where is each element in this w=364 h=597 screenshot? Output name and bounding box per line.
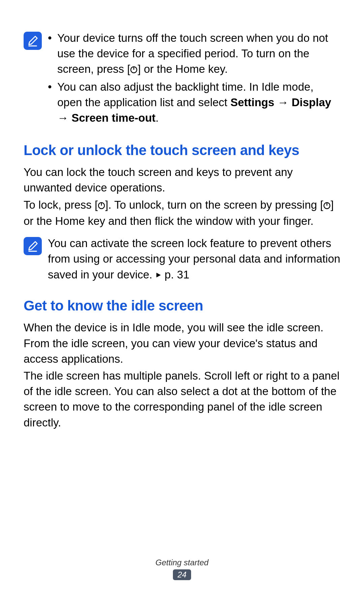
footer-section-label: Getting started bbox=[0, 558, 364, 567]
bullet-marker: • bbox=[48, 30, 57, 78]
bullet-item: • Your device turns off the touch screen… bbox=[48, 30, 340, 78]
note-content: You can activate the screen lock feature… bbox=[48, 236, 340, 283]
svg-marker-8 bbox=[156, 273, 161, 277]
pencil-note-icon bbox=[24, 32, 42, 50]
note-block: You can activate the screen lock feature… bbox=[24, 236, 340, 283]
note-block: • Your device turns off the touch screen… bbox=[24, 30, 340, 127]
bullet-item: • You can also adjust the backlight time… bbox=[48, 79, 340, 126]
body-paragraph: The idle screen has multiple panels. Scr… bbox=[24, 368, 340, 430]
bullet-marker: • bbox=[48, 79, 57, 126]
section-heading: Lock or unlock the touch screen and keys bbox=[24, 142, 340, 158]
body-paragraph: To lock, press []. To unlock, turn on th… bbox=[24, 197, 340, 229]
pencil-note-icon bbox=[24, 237, 42, 255]
triangle-right-icon bbox=[155, 267, 161, 282]
note-content: • Your device turns off the touch screen… bbox=[48, 30, 340, 127]
page-number-badge: 24 bbox=[173, 569, 191, 580]
power-icon bbox=[98, 198, 105, 213]
body-paragraph: When the device is in Idle mode, you wil… bbox=[24, 320, 340, 367]
bullet-text: You can also adjust the backlight time. … bbox=[57, 79, 340, 126]
power-icon bbox=[130, 62, 138, 78]
page-footer: Getting started 24 bbox=[0, 558, 364, 580]
body-paragraph: You can lock the touch screen and keys t… bbox=[24, 165, 340, 196]
section-heading: Get to know the idle screen bbox=[24, 298, 340, 314]
bullet-text: Your device turns off the touch screen w… bbox=[57, 30, 340, 78]
power-icon bbox=[323, 198, 331, 213]
